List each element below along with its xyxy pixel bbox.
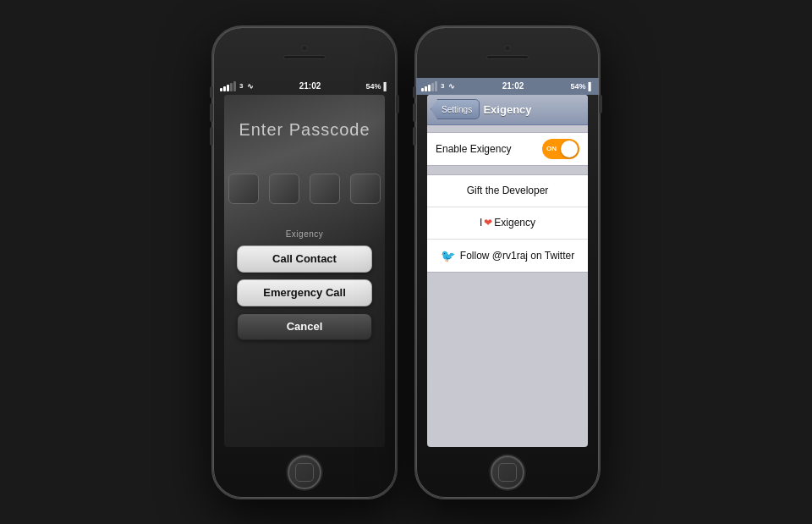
battery-icon-left: ▌ (384, 82, 389, 91)
emergency-call-button[interactable]: Emergency Call (237, 279, 372, 306)
wifi-icon-right: ∿ (448, 82, 455, 91)
phone-top (213, 27, 396, 78)
battery-area-left: 54% ▌ (366, 82, 389, 91)
lock-screen-content: Enter Passcode Exigency Call Contact Eme… (224, 95, 385, 447)
power-button-right (599, 95, 602, 113)
settings-screen: Settings Exigency Enable Exigency ON (427, 95, 588, 447)
signal-bar-3 (227, 85, 229, 91)
camera-icon (301, 45, 308, 52)
enable-toggle[interactable]: ON (542, 139, 579, 159)
passcode-dot-4 (350, 174, 381, 204)
time-display-left: 21:02 (299, 81, 321, 91)
call-contact-button[interactable]: Call Contact (237, 245, 372, 273)
signal-bar-2 (223, 86, 226, 91)
battery-percent-right: 54% (571, 82, 586, 91)
signal-bar-r3 (428, 85, 431, 91)
home-button-right[interactable] (491, 455, 524, 489)
nav-title: Exigency (483, 103, 531, 116)
gift-developer-label: Gift the Developer (467, 185, 549, 196)
home-button-left[interactable] (288, 455, 321, 489)
passcode-dot-1 (228, 174, 259, 204)
love-post-label: Exigency (494, 217, 535, 229)
volume-up-right (413, 103, 416, 122)
enable-exigency-label: Enable Exigency (436, 143, 511, 155)
passcode-dots (228, 174, 381, 204)
network-label-right: 3 (441, 82, 444, 90)
exigency-label: Exigency (286, 229, 324, 239)
signal-bar-5 (233, 81, 236, 91)
signal-bars-right (421, 81, 437, 91)
status-bar-right: 3 ∿ 21:02 54% ▌ (416, 78, 599, 95)
speaker-icon (283, 55, 326, 59)
settings-content-wrapper: Settings Exigency Enable Exigency ON (427, 95, 588, 447)
settings-body: Enable Exigency ON Gift the Developer (427, 125, 588, 447)
passcode-dot-3 (310, 174, 340, 204)
nav-bar: Settings Exigency (427, 95, 588, 125)
signal-bar-4 (230, 83, 233, 91)
home-button-inner-right (498, 463, 517, 482)
passcode-dot-2 (269, 174, 299, 204)
phones-container: 3 ∿ 21:02 54% ▌ Enter Passcode Exigency … (211, 25, 601, 499)
signal-bar-1 (220, 88, 222, 91)
love-pre-label: I (480, 217, 482, 229)
right-phone: 3 ∿ 21:02 54% ▌ Settings Exigency (414, 25, 601, 499)
toggle-knob (561, 141, 578, 157)
actions-group: Gift the Developer I ❤ Exigency 🐦 Follow… (427, 174, 588, 273)
enable-exigency-row: Enable Exigency ON (427, 133, 588, 165)
love-exigency-row[interactable]: I ❤ Exigency (427, 207, 588, 240)
volume-down-button (210, 127, 213, 146)
power-button (396, 95, 399, 113)
phone-top-right (416, 27, 599, 78)
signal-bars (220, 81, 236, 91)
toggle-on-label: ON (546, 145, 557, 152)
signal-bar-r5 (435, 81, 437, 91)
signal-bar-r2 (425, 86, 427, 91)
battery-percent-left: 54% (366, 82, 381, 91)
left-phone: 3 ∿ 21:02 54% ▌ Enter Passcode Exigency … (211, 25, 398, 499)
mute-switch-right (413, 86, 416, 98)
gift-developer-row[interactable]: Gift the Developer (427, 175, 588, 207)
heart-icon: ❤ (484, 217, 492, 229)
passcode-title: Enter Passcode (239, 120, 370, 140)
enable-group: Enable Exigency ON (427, 132, 588, 166)
volume-up-button (210, 103, 213, 122)
status-bar-left: 3 ∿ 21:02 54% ▌ (213, 78, 396, 95)
settings-back-button[interactable]: Settings (431, 99, 480, 119)
signal-area: 3 ∿ (220, 81, 254, 91)
camera-icon-right (504, 45, 511, 52)
network-label: 3 (239, 82, 243, 90)
home-button-inner-left (295, 463, 314, 482)
signal-bar-r1 (421, 88, 424, 91)
signal-area-right: 3 ∿ (421, 81, 455, 91)
battery-area-right: 54% ▌ (571, 82, 594, 91)
twitter-icon: 🐦 (441, 249, 455, 262)
twitter-row[interactable]: 🐦 Follow @rv1raj on Twitter (427, 240, 588, 272)
twitter-label: Follow @rv1raj on Twitter (460, 250, 574, 262)
signal-bar-r4 (431, 83, 434, 91)
mute-switch (210, 86, 213, 98)
speaker-icon-right (486, 55, 529, 59)
phone-bottom-left (288, 447, 321, 498)
battery-icon-right: ▌ (589, 82, 594, 91)
wifi-icon: ∿ (247, 82, 254, 91)
time-display-right: 21:02 (502, 81, 524, 91)
volume-down-right (413, 127, 416, 146)
lock-screen: Enter Passcode Exigency Call Contact Eme… (224, 95, 385, 447)
phone-bottom-right (491, 447, 524, 498)
cancel-button[interactable]: Cancel (237, 313, 372, 340)
